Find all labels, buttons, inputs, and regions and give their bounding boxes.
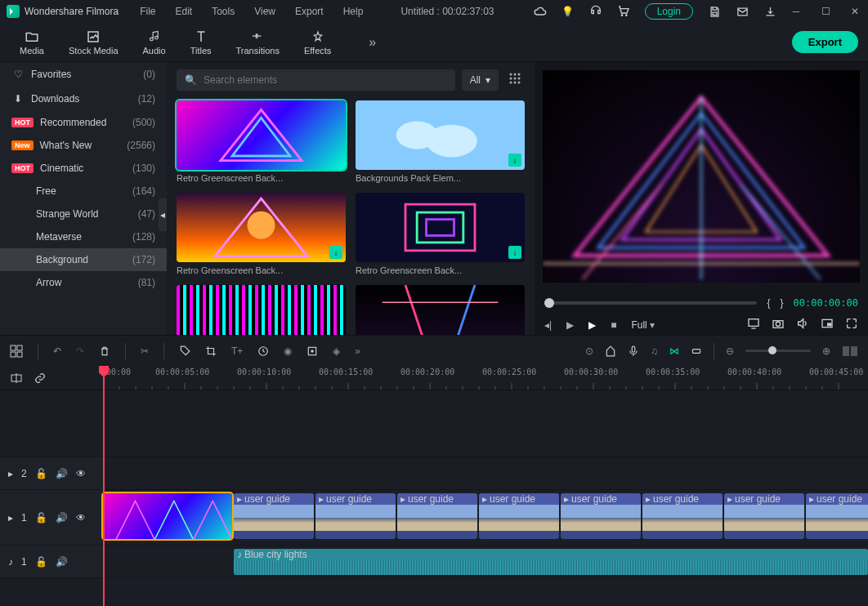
display-icon[interactable]	[747, 317, 760, 332]
timeline-ruler[interactable]: 00:00 00:00:05:00 00:00:10:00 00:00:15:0…	[103, 366, 868, 390]
video-clip[interactable]: ▸user guide	[315, 493, 396, 539]
mute-icon[interactable]: 🔊	[56, 512, 68, 524]
effect-item[interactable]	[177, 285, 346, 335]
sidebar-downloads[interactable]: ⬇Downloads(12)	[0, 87, 167, 111]
zoom-fit-icon[interactable]	[842, 345, 858, 357]
add-track-icon[interactable]	[10, 345, 23, 358]
visibility-icon[interactable]: 👁	[76, 512, 86, 524]
audio-mixer-icon[interactable]: ♫	[651, 345, 658, 357]
filter-dropdown[interactable]: All▾	[462, 69, 499, 91]
effect-item[interactable]	[356, 285, 525, 335]
save-icon[interactable]	[708, 5, 721, 18]
zoom-in-icon[interactable]: ⊕	[822, 345, 830, 357]
auto-ripple-icon[interactable]: ⊙	[585, 345, 593, 357]
menu-edit[interactable]: Edit	[168, 2, 201, 20]
snapshot-icon[interactable]	[772, 317, 785, 332]
menu-help[interactable]: Help	[335, 2, 372, 20]
delete-icon[interactable]	[99, 345, 110, 357]
tab-effects[interactable]: Effects	[294, 26, 341, 59]
color-icon[interactable]: ◉	[284, 345, 292, 357]
mark-in-button[interactable]: {	[767, 297, 770, 309]
login-button[interactable]: Login	[645, 3, 693, 20]
tab-titles[interactable]: Titles	[181, 26, 221, 59]
mark-out-button[interactable]: }	[781, 297, 784, 309]
video-clip[interactable]: ▸user guide	[642, 493, 723, 539]
support-icon[interactable]	[589, 5, 602, 18]
playhead[interactable]	[103, 366, 105, 606]
zoom-slider[interactable]	[745, 350, 811, 352]
visibility-icon[interactable]: 👁	[76, 468, 86, 479]
close-icon[interactable]: ✕	[848, 5, 861, 18]
tab-stock-media[interactable]: Stock Media	[59, 26, 128, 59]
mail-icon[interactable]	[736, 5, 749, 18]
preview-scrubber[interactable]	[544, 301, 757, 305]
volume-icon[interactable]	[796, 317, 809, 332]
effect-item[interactable]: ↓ Backgrounds Pack Elem...	[356, 100, 525, 183]
undo-icon[interactable]: ↶	[53, 345, 61, 357]
video-clip[interactable]: ▸user guide	[561, 493, 641, 539]
effect-item[interactable]: ↓ Retro Greenscreen Back...	[356, 193, 525, 275]
link-icon[interactable]	[691, 345, 702, 357]
text-add-icon[interactable]: T+	[231, 345, 243, 357]
link-tracks-icon[interactable]	[34, 372, 46, 384]
lock-icon[interactable]: 🔓	[35, 556, 47, 568]
split-icon[interactable]: ✂	[141, 345, 149, 357]
lock-icon[interactable]: 🔓	[35, 512, 47, 524]
effect-item[interactable]: Retro Greenscreen Back...	[177, 100, 346, 183]
search-input[interactable]	[204, 74, 447, 86]
tab-media[interactable]: Media	[10, 26, 54, 59]
minimize-icon[interactable]: ─	[790, 5, 803, 18]
sidebar-whats-new[interactable]: NewWhat's New(2566)	[0, 134, 167, 157]
speed-icon[interactable]	[257, 345, 269, 357]
menu-tools[interactable]: Tools	[204, 2, 243, 20]
audio-clip[interactable]: ♪Blue city lights	[234, 549, 868, 575]
search-box[interactable]: 🔍	[177, 69, 455, 91]
snap-icon[interactable]: ⋈	[669, 345, 679, 357]
sidebar-background[interactable]: Background(172)	[0, 248, 167, 271]
insert-mode-icon[interactable]	[10, 372, 23, 385]
play-icon[interactable]: ▶	[588, 319, 596, 331]
play-backward-icon[interactable]: ▶	[566, 319, 574, 331]
video-clip[interactable]: ▸user guide	[806, 493, 868, 539]
sidebar-strange-world[interactable]: Strange World(47)	[0, 203, 167, 225]
menu-export[interactable]: Export	[287, 2, 332, 20]
zoom-out-icon[interactable]: ⊖	[726, 345, 734, 357]
maximize-icon[interactable]: ☐	[819, 5, 832, 18]
sidebar-cinematic[interactable]: HOTCinematic(130)	[0, 157, 167, 180]
prev-frame-icon[interactable]: ◂|	[544, 319, 552, 331]
video-clip[interactable]: ▸user guide	[724, 493, 804, 539]
video-track-1[interactable]: ▸1 🔓 🔊 👁 ✦Retro Greenscreen Backg...▸use…	[0, 490, 868, 546]
lightbulb-icon[interactable]: 💡	[562, 5, 575, 18]
sidebar-free[interactable]: Free(164)	[0, 180, 167, 203]
export-button[interactable]: Export	[792, 31, 858, 53]
marker-icon[interactable]	[605, 345, 616, 357]
cloud-icon[interactable]	[534, 5, 547, 18]
cart-icon[interactable]	[617, 5, 630, 18]
effect-item[interactable]: ↓ Retro Greenscreen Back...	[177, 193, 346, 275]
more-tabs-icon[interactable]: »	[369, 35, 376, 50]
menu-view[interactable]: View	[246, 2, 284, 20]
lock-icon[interactable]: 🔓	[35, 468, 47, 479]
tab-audio[interactable]: Audio	[133, 26, 176, 59]
pip-icon[interactable]	[821, 317, 834, 332]
sidebar-metaverse[interactable]: Metaverse(128)	[0, 225, 167, 248]
green-screen-icon[interactable]	[306, 345, 318, 357]
quality-dropdown[interactable]: Full ▾	[631, 319, 655, 331]
mic-icon[interactable]	[628, 345, 639, 357]
video-clip[interactable]: ▸user guide	[234, 493, 314, 539]
stop-icon[interactable]: ■	[611, 319, 616, 331]
sidebar-collapse-handle[interactable]: ◂	[159, 198, 167, 231]
tag-icon[interactable]	[179, 345, 190, 357]
keyframe-icon[interactable]: ◈	[333, 345, 340, 357]
fullscreen-icon[interactable]	[845, 317, 858, 332]
crop-icon[interactable]	[205, 345, 217, 357]
redo-icon[interactable]: ↷	[76, 345, 84, 357]
video-track-2[interactable]: ▸2 🔓 🔊 👁	[0, 457, 868, 490]
tab-transitions[interactable]: Transitions	[226, 26, 289, 59]
video-clip[interactable]: ▸user guide	[397, 493, 477, 539]
effect-clip[interactable]: ✦Retro Greenscreen Backg...	[103, 493, 232, 539]
mute-icon[interactable]: 🔊	[56, 556, 68, 568]
download-update-icon[interactable]	[763, 5, 776, 18]
sidebar-recommended[interactable]: HOTRecommended(500)	[0, 111, 167, 134]
grid-view-icon[interactable]	[505, 69, 525, 91]
